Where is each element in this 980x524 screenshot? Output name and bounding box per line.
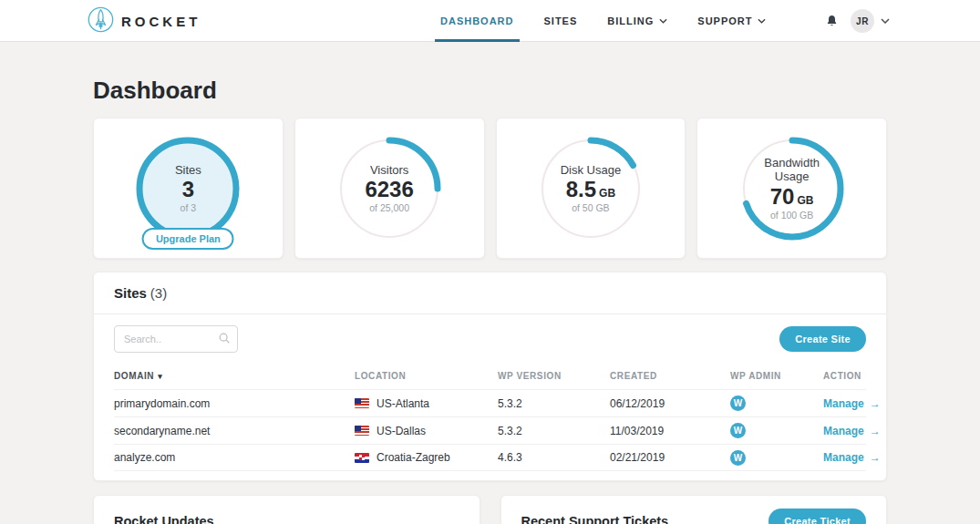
sort-desc-icon: ▾ <box>158 372 162 381</box>
wordpress-icon[interactable]: W <box>730 450 746 466</box>
stat-value: 6236 <box>365 178 413 201</box>
stat-sub-label: of 25,000 <box>369 202 409 213</box>
sites-card: Sites(3) Create Site DOMAIN ▾ LOCATION <box>93 272 887 481</box>
topbar-right: JR <box>825 0 890 42</box>
column-header-domain[interactable]: DOMAIN ▾ <box>114 371 355 381</box>
stat-card: Disk Usage 8.5GB of 50 GB <box>496 118 686 259</box>
cell-wp-version: 4.6.3 <box>498 451 610 464</box>
stat-value: 3 <box>182 178 194 201</box>
stat-value: 8.5GB <box>566 178 615 201</box>
rocket-logo-icon <box>87 5 115 37</box>
country-flag-icon <box>355 398 369 408</box>
cell-domain: analyze.com <box>114 451 355 464</box>
cell-created: 06/12/2019 <box>610 397 730 410</box>
rocket-updates-card: Rocket Updates <box>93 495 480 524</box>
upgrade-plan-button[interactable]: Upgrade Plan <box>142 228 234 250</box>
cell-wp-admin: W <box>730 396 823 411</box>
stats-row: Sites 3 of 3 Upgrade Plan Visitors 6236 … <box>93 118 887 259</box>
cell-domain: primarydomain.com <box>114 397 355 410</box>
arrow-right-icon: → <box>870 397 881 410</box>
nav-item-dashboard[interactable]: DASHBOARD <box>440 0 514 42</box>
cell-domain: secondaryname.net <box>114 425 355 437</box>
table-row: secondaryname.net US-Dallas 5.3.2 11/03/… <box>114 416 866 444</box>
table-row: primarydomain.com US-Atlanta 5.3.2 06/12… <box>114 389 866 416</box>
chevron-down-icon <box>758 18 766 24</box>
sites-toolbar: Create Site <box>94 314 886 362</box>
nav-item-label: SUPPORT <box>697 15 752 26</box>
sites-count: (3) <box>150 285 167 301</box>
column-header-location: LOCATION <box>355 371 498 381</box>
main-nav: DASHBOARD SITES BILLING SUPPORT <box>440 0 766 42</box>
stat-sub-label: of 3 <box>181 202 197 213</box>
search-icon <box>218 332 231 348</box>
column-header-created: CREATED <box>610 371 730 381</box>
progress-ring: Bandwidth Usage 70GB of 100 GB <box>738 134 847 243</box>
nav-item-label: DASHBOARD <box>440 15 514 26</box>
stat-value: 70GB <box>770 185 814 209</box>
bottom-row: Rocket Updates Recent Support Tickets Cr… <box>93 495 887 524</box>
column-header-action: ACTION <box>823 371 866 381</box>
cell-created: 11/03/2019 <box>610 425 730 437</box>
table-row: analyze.com Croatia-Zagreb 4.6.3 02/21/2… <box>114 444 866 471</box>
top-navigation-bar: ROCKET DASHBOARD SITES BILLING SUPPORT J <box>0 0 980 42</box>
nav-item-support[interactable]: SUPPORT <box>697 0 766 42</box>
nav-item-label: BILLING <box>607 15 654 26</box>
sites-table-body: primarydomain.com US-Atlanta 5.3.2 06/12… <box>114 389 866 471</box>
progress-ring: Sites 3 of 3 Upgrade Plan <box>133 134 242 243</box>
stat-label: Disk Usage <box>561 163 621 178</box>
create-ticket-button[interactable]: Create Ticket <box>769 509 866 524</box>
stat-label: Visitors <box>370 163 408 178</box>
wordpress-icon[interactable]: W <box>730 396 746 411</box>
sites-section-title: Sites <box>114 285 147 301</box>
stat-label: Bandwidth Usage <box>752 156 832 184</box>
cell-wp-admin: W <box>730 423 823 438</box>
support-tickets-card: Recent Support Tickets Create Ticket <box>500 495 888 524</box>
support-tickets-title: Recent Support Tickets <box>521 509 669 524</box>
stat-card: Visitors 6236 of 25,000 <box>294 118 485 259</box>
stat-label: Sites <box>175 163 201 178</box>
avatar: JR <box>851 9 874 33</box>
cell-created: 02/21/2019 <box>610 451 730 464</box>
cell-wp-version: 5.3.2 <box>498 425 610 437</box>
cell-wp-admin: W <box>730 450 823 466</box>
chevron-down-icon <box>881 18 890 24</box>
cell-location: Croatia-Zagreb <box>355 451 498 464</box>
progress-ring: Disk Usage 8.5GB of 50 GB <box>536 134 645 243</box>
manage-link[interactable]: Manage→ <box>823 397 881 410</box>
stat-sub-label: of 100 GB <box>770 210 813 221</box>
progress-ring: Visitors 6236 of 25,000 <box>335 134 444 243</box>
stat-card: Sites 3 of 3 Upgrade Plan <box>93 118 284 259</box>
user-menu[interactable]: JR <box>851 9 890 33</box>
sites-table: DOMAIN ▾ LOCATION WP VERSION CREATED WP … <box>94 362 886 480</box>
column-header-wp-version: WP VERSION <box>498 371 610 381</box>
rocket-updates-title: Rocket Updates <box>114 509 214 524</box>
create-site-button[interactable]: Create Site <box>779 326 866 352</box>
manage-link[interactable]: Manage→ <box>823 425 881 437</box>
arrow-right-icon: → <box>870 451 881 464</box>
cell-wp-version: 5.3.2 <box>498 397 610 410</box>
column-header-wp-admin: WP ADMIN <box>730 371 823 381</box>
stat-card: Bandwidth Usage 70GB of 100 GB <box>696 118 887 259</box>
page-title: Dashboard <box>93 77 887 105</box>
nav-item-label: SITES <box>544 15 578 26</box>
cell-location: US-Atlanta <box>355 397 498 410</box>
country-flag-icon <box>355 453 369 463</box>
chevron-down-icon <box>659 18 667 24</box>
sites-card-header: Sites(3) <box>94 272 886 314</box>
brand-logo[interactable]: ROCKET <box>87 0 201 42</box>
nav-item-billing[interactable]: BILLING <box>607 0 667 42</box>
notifications-bell-icon[interactable] <box>825 14 839 28</box>
stat-sub-label: of 50 GB <box>572 202 609 213</box>
arrow-right-icon: → <box>870 425 881 437</box>
nav-item-sites[interactable]: SITES <box>544 0 578 42</box>
country-flag-icon <box>355 426 369 436</box>
brand-name: ROCKET <box>121 14 201 29</box>
cell-location: US-Dallas <box>355 425 498 437</box>
sites-table-header: DOMAIN ▾ LOCATION WP VERSION CREATED WP … <box>114 362 866 389</box>
search-box <box>114 325 238 353</box>
wordpress-icon[interactable]: W <box>730 423 746 438</box>
manage-link[interactable]: Manage→ <box>823 451 881 464</box>
